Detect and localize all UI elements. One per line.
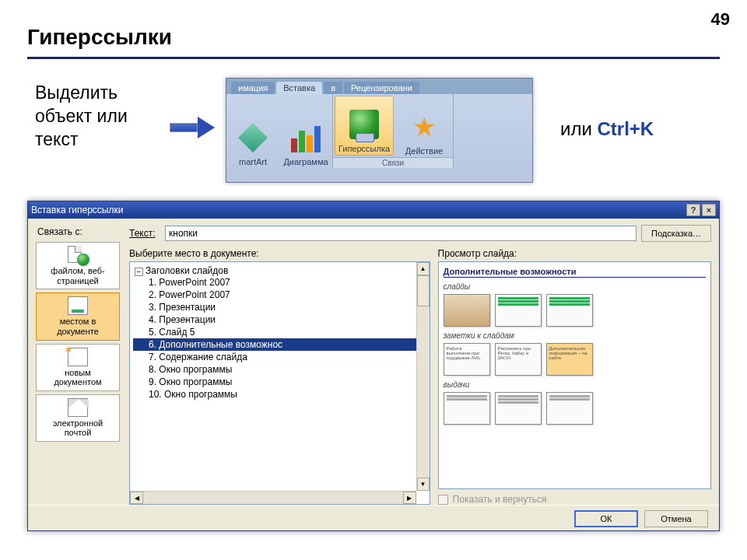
ribbon-panel: имация Вставка в Рецензировани martArt Д… <box>226 78 533 183</box>
option-label: новым документом <box>54 368 101 387</box>
ribbon-tabs: имация Вставка в Рецензировани <box>226 79 532 94</box>
ribbon-smartart-button[interactable]: martArt <box>226 94 279 168</box>
option-label: электронной почтой <box>53 418 103 438</box>
tree-item[interactable]: 3. Презентации <box>133 301 430 313</box>
ribbon-tab[interactable]: имация <box>231 82 275 94</box>
page-number: 49 <box>711 9 730 30</box>
preview-label: Просмотр слайда: <box>438 248 711 259</box>
instruction-text: Выделить объект или текст <box>35 82 128 152</box>
preview-thumb <box>495 294 542 327</box>
shortcut-hint: или Ctrl+K <box>560 118 654 140</box>
tree-label: Выберите место в документе: <box>129 248 430 259</box>
ribbon-action-button[interactable]: ★ Действие <box>395 94 453 157</box>
ribbon-label: Гиперссылка <box>338 144 390 153</box>
ctrlk-text: Ctrl+K <box>597 118 654 139</box>
scroll-up-icon[interactable]: ▲ <box>417 262 430 275</box>
show-return-checkbox[interactable] <box>438 495 448 505</box>
hyperlink-icon <box>349 110 379 139</box>
option-label: файлом, веб- страницей <box>51 266 104 285</box>
scroll-left-icon[interactable]: ◀ <box>130 492 143 504</box>
scrollbar-horizontal[interactable]: ◀ ▶ <box>130 491 416 504</box>
arrow-icon <box>170 118 215 137</box>
ribbon-tab[interactable]: Рецензировани <box>344 82 419 94</box>
smartart-icon <box>238 123 268 152</box>
show-return-row: Показать и вернуться <box>438 494 711 505</box>
scroll-right-icon[interactable]: ▶ <box>403 492 416 504</box>
link-option-file-web[interactable]: файлом, веб- страницей <box>36 242 120 289</box>
tree-root-label: Заголовки слайдов <box>146 265 228 276</box>
link-option-new-doc[interactable]: новым документом <box>36 344 120 391</box>
tree-item[interactable]: 6. Дополнительные возможнос <box>133 338 430 351</box>
expand-icon[interactable]: − <box>135 268 143 276</box>
option-label: местом в документе <box>57 317 99 336</box>
page-title: Гиперссылки <box>27 25 172 50</box>
preview-thumb <box>546 392 593 425</box>
dialog-titlebar[interactable]: Вставка гиперссылки ? × <box>28 201 719 219</box>
preview-thumb: Рассказать про Репку, бабку и ЗАОН <box>495 343 542 376</box>
link-to-sidebar: Связать с: файлом, веб- страницей местом… <box>31 225 124 505</box>
tree-item[interactable]: 8. Окно программы <box>133 363 430 376</box>
slide-preview: Дополнительные возможности слайды заметк… <box>438 261 711 489</box>
link-option-email[interactable]: электронной почтой <box>36 394 120 442</box>
scroll-down-icon[interactable]: ▼ <box>417 478 430 491</box>
ok-button[interactable]: ОК <box>574 510 638 527</box>
new-doc-icon <box>68 348 88 366</box>
dialog-footer: ОК Отмена <box>28 505 719 531</box>
link-option-place-in-doc[interactable]: местом в документе <box>36 292 120 340</box>
ribbon-label: martArt <box>239 157 267 166</box>
cancel-button[interactable]: Отмена <box>644 510 708 527</box>
scrollbar-vertical[interactable]: ▲ ▼ <box>416 262 430 491</box>
preview-thumb: Работа выполнена при поддержке AViL <box>444 343 490 376</box>
tree-item[interactable]: 10. Окно программы <box>133 388 430 401</box>
hint-button[interactable]: Подсказка… <box>641 225 711 242</box>
tree-item[interactable]: 7. Содержание слайда <box>133 351 430 363</box>
preview-thumb <box>444 392 490 425</box>
text-label: Текст: <box>129 228 160 239</box>
ribbon-label: Действие <box>405 146 443 156</box>
tree-item[interactable]: 1. PowerPoint 2007 <box>133 276 430 289</box>
tree-item[interactable]: 4. Презентации <box>133 313 430 326</box>
ribbon-group-label: Связи <box>333 157 453 168</box>
ili-text: или <box>560 118 597 139</box>
preview-section: заметки к слайдам <box>444 331 706 340</box>
ribbon-chart-button[interactable]: Диаграмма <box>279 94 332 168</box>
preview-thumb <box>495 392 542 425</box>
ribbon-group-links: Гиперссылка ★ Действие Связи <box>332 94 454 168</box>
scroll-thumb[interactable] <box>417 275 430 306</box>
chart-icon <box>291 123 321 152</box>
title-underline <box>27 57 720 59</box>
preview-title: Дополнительные возможности <box>444 267 706 278</box>
document-places-tree[interactable]: −Заголовки слайдов 1. PowerPoint 20072. … <box>129 261 430 505</box>
text-row: Текст: Подсказка… <box>129 225 711 242</box>
file-web-icon <box>68 246 88 264</box>
dialog-right-pane: Текст: Подсказка… Выберите место в докум… <box>129 225 711 505</box>
preview-thumb <box>444 294 490 327</box>
dialog-title: Вставка гиперссылки <box>31 205 123 215</box>
preview-thumb: Дополнительная информация – на сайте <box>546 343 593 376</box>
tree-root[interactable]: −Заголовки слайдов <box>133 265 430 276</box>
ribbon-tab-active[interactable]: Вставка <box>276 82 322 94</box>
place-in-doc-icon <box>68 296 88 315</box>
help-button[interactable]: ? <box>686 204 700 216</box>
display-text-input[interactable] <box>165 226 637 241</box>
tree-item[interactable]: 9. Окно программы <box>133 376 430 388</box>
action-icon: ★ <box>409 112 439 142</box>
ribbon-label: Диаграмма <box>283 157 328 166</box>
preview-section: выдачи <box>444 380 706 389</box>
close-button[interactable]: × <box>702 204 716 216</box>
preview-section: слайды <box>444 282 706 291</box>
tree-item[interactable]: 5. Слайд 5 <box>133 326 430 338</box>
insert-hyperlink-dialog: Вставка гиперссылки ? × Связать с: файло… <box>27 201 720 531</box>
show-return-label: Показать и вернуться <box>453 494 547 505</box>
email-icon <box>68 398 88 417</box>
tree-item[interactable]: 2. PowerPoint 2007 <box>133 289 430 301</box>
sidebar-label: Связать с: <box>31 225 124 240</box>
ribbon-body: martArt Диаграмма Гиперссылка ★ Действие… <box>226 94 532 168</box>
preview-thumb <box>546 294 593 327</box>
ribbon-tab[interactable]: в <box>324 82 342 94</box>
ribbon-hyperlink-button[interactable]: Гиперссылка <box>335 96 394 156</box>
